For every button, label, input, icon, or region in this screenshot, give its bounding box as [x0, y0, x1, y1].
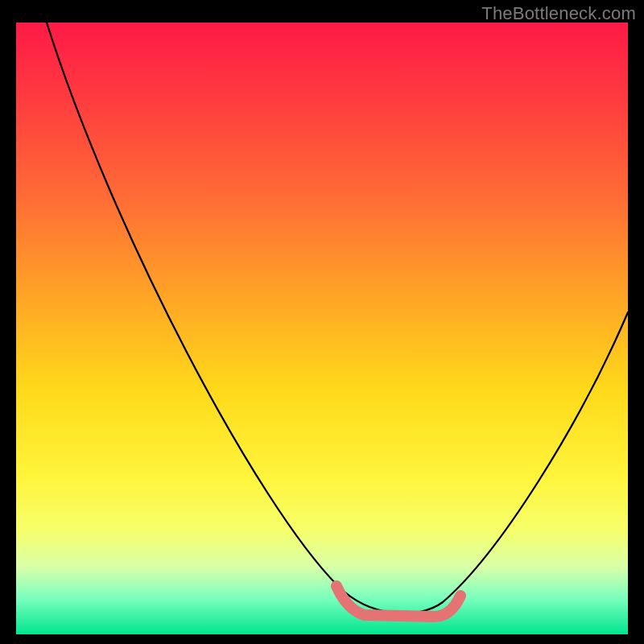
bottleneck-curve-path	[47, 23, 628, 613]
bottleneck-curve-svg	[16, 23, 628, 634]
chart-stage: TheBottleneck.com	[0, 0, 644, 644]
attribution-text: TheBottleneck.com	[481, 3, 636, 24]
flat-region-marker	[336, 586, 460, 617]
